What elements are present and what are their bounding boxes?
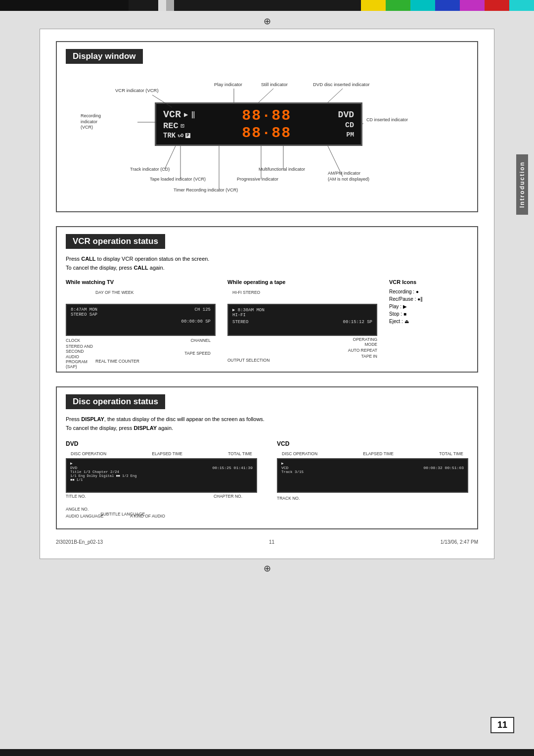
display-right-text: DVD CD PM: [338, 110, 354, 139]
svg-line-6: [165, 146, 176, 169]
vcr-desc: Press CALL to display VCR operation stat…: [66, 255, 468, 272]
display-window-header: Display window: [66, 49, 143, 64]
play-icon: ▶: [184, 110, 188, 119]
tape-line1: ▶ 8:30AM MON: [232, 307, 372, 313]
svg-line-3: [328, 89, 343, 102]
vcr-operation-header: VCR operation status: [66, 234, 165, 249]
svg-line-2: [259, 89, 273, 102]
vcr-icon-play: Play : ▶: [389, 304, 468, 309]
cb-cyan: [410, 0, 435, 11]
tv-line1: 8:47AM MONCH 125: [71, 307, 211, 312]
cb-blue: [435, 0, 460, 11]
vcd-ann-bottom: TRACK NO.: [277, 496, 468, 501]
ann-output-sel: OUTPUT SELECTION: [227, 358, 269, 363]
tv-screen: 8:47AM MONCH 125 STEREO SAP 00:00:00 SP: [66, 304, 216, 336]
display-left-text: VCR ▶ ‖ REC ⊡ TRK ↻O P: [163, 109, 195, 140]
ann-play-indicator: Play indicator: [214, 82, 242, 87]
ann-operating-mode: OPERATINGMODE: [353, 337, 377, 347]
vcd-ann-top: DISC OPERATION ELAPSED TIME TOTAL TIME: [277, 451, 468, 456]
ann-track-indicator: Track indicator (CD): [130, 167, 170, 172]
cb-white-sq2: [166, 0, 174, 11]
footer-left: 2I30201B-En_p02-13: [56, 539, 103, 545]
ann-real-time: REAL TIME COUNTER: [95, 359, 139, 364]
trk-text: TRK ↻O P: [163, 132, 195, 140]
disc-operation-header: Disc operation status: [66, 394, 165, 409]
ann-cd-inserted: CD inserted indicator: [366, 117, 408, 123]
tape-ann-above: HI-FI STEREO: [227, 289, 377, 303]
vcr-text: VCR ▶ ‖: [163, 109, 195, 120]
ann-stereo-and: STEREO ANDSECONDAUDIOPROGRAM(SAP): [66, 344, 93, 369]
ann-vcr-indicator: VCR indicator (VCR): [115, 88, 159, 93]
ann-tape-in: TAPE IN: [361, 354, 377, 359]
ann-clock-label: CLOCK: [66, 338, 80, 343]
vcr-icon-stop: Stop : ■: [389, 311, 468, 317]
cb-black: [0, 0, 129, 11]
cb-white-sq: [158, 0, 166, 11]
pause-icon: ‖: [191, 110, 195, 119]
main-content-area: Display window VCR ▶ ‖ REC ⊡: [40, 29, 494, 559]
ann-multifunctional: Multifunctional indicator: [259, 167, 305, 172]
vcd-label: VCD: [277, 440, 468, 447]
dvd-label: DVD: [66, 440, 257, 447]
cb-green: [386, 0, 410, 11]
color-bar-bottom: [0, 749, 534, 756]
dvd-ann-top: DISC OPERATION ELAPSED TIME TOTAL TIME: [66, 451, 257, 456]
disc-operation-section: Disc operation status Press DISPLAY, the…: [56, 386, 478, 529]
page-content: Introduction ⊕ Display window VCR ▶ ‖: [0, 11, 534, 749]
watching-tv-block: While watching TV DAY OF THE WEEK 8:47AM…: [66, 279, 216, 362]
vcd-block: VCD DISC OPERATION ELAPSED TIME TOTAL TI…: [277, 440, 468, 501]
tape-line3: STEREO00:15:12 SP: [232, 320, 372, 325]
sidebar-introduction: Introduction: [516, 154, 528, 215]
ann-ampm: AM/PM indicator(AM is not displayed): [328, 171, 369, 182]
compass-top: ⊕: [264, 16, 271, 27]
tape-ann-right: OPERATINGMODE AUTO REPEAT TAPE IN OUTPUT…: [227, 337, 377, 362]
disc-diagrams-row: DVD DISC OPERATION ELAPSED TIME TOTAL TI…: [66, 440, 468, 519]
tape-line2: HI-FI: [232, 313, 372, 318]
dvd-ann-bottom: TITLE NO. CHAPTER NO. ANGLE NO. SUBTITLE…: [66, 494, 257, 519]
cb-red: [485, 0, 509, 11]
vcr-icon-recording: Recording : ●: [389, 289, 468, 294]
compass-bottom: ⊕: [264, 563, 271, 574]
watching-tv-label: While watching TV: [66, 279, 216, 285]
ann-progressive: Progressive indicator: [237, 177, 278, 182]
cb-space1: [129, 0, 158, 11]
footer-center: 11: [269, 539, 274, 545]
dvd-block: DVD DISC OPERATION ELAPSED TIME TOTAL TI…: [66, 440, 257, 519]
operating-tape-block: While operating a tape HI-FI STEREO ▶ 8:…: [227, 279, 377, 362]
display-window-diagram: VCR ▶ ‖ REC ⊡ TRK ↻O P: [66, 73, 468, 201]
ann-dvd-disc: DVD disc inserted indicator: [313, 82, 370, 87]
tv-line2: STEREO SAP: [71, 312, 211, 317]
display-panel: VCR ▶ ‖ REC ⊡ TRK ↻O P: [155, 102, 362, 146]
ann-day: DAY OF THE WEEK: [95, 290, 134, 295]
cb-yellow: [361, 0, 386, 11]
vcr-diagrams-row: While watching TV DAY OF THE WEEK 8:47AM…: [66, 279, 468, 362]
operating-tape-label: While operating a tape: [227, 279, 377, 285]
ann-tape-speed-label: TAPE SPEED: [184, 351, 211, 356]
ann-recording: Recordingindicator(VCR): [81, 113, 101, 131]
watch-ann-area: DAY OF THE WEEK: [66, 289, 216, 303]
page-footer: 2I30201B-En_p02-13 11 1/13/06, 2:47 PM: [56, 539, 478, 545]
tape-screen: ▶ 8:30AM MON HI-FI STEREO00:15:12 SP: [227, 304, 377, 336]
cb-magenta: [460, 0, 485, 11]
rec-text: REC ⊡: [163, 121, 195, 131]
vcr-icons-label: VCR Icons: [389, 279, 468, 285]
vcr-icon-eject: Eject : ⏏: [389, 319, 468, 324]
ann-still-indicator: Still indicator: [261, 82, 288, 87]
cb-lt-cyan: [509, 0, 534, 11]
ann-hifi: HI-FI STEREO: [232, 290, 260, 295]
vcd-screen: ▶ VCD00:08:32 00:51:03 Track 3/15: [277, 458, 468, 493]
vcr-icons-block: VCR Icons Recording : ● Rec/Pause : ●‖ P…: [389, 279, 468, 326]
disc-desc: Press DISPLAY, the status display of the…: [66, 415, 468, 432]
cb-gap: [174, 0, 361, 11]
ann-auto-repeat: AUTO REPEAT: [348, 348, 377, 353]
color-bar-top: [0, 0, 534, 11]
page-number-box: 11: [490, 717, 514, 733]
display-window-section: Display window VCR ▶ ‖ REC ⊡: [56, 41, 478, 212]
vcr-operation-section: VCR operation status Press CALL to displ…: [56, 226, 478, 373]
dvd-screen: ▶ DVD00:15:25 01:41:39 Title 1/3 Chapter…: [66, 458, 257, 493]
ann-tape-loaded: Tape loaded indicator (VCR): [150, 177, 206, 182]
ann-channel-label: CHANNEL: [190, 338, 211, 343]
vcr-icon-recpause: Rec/Pause : ●‖: [389, 296, 468, 302]
watch-ann-below: CLOCK CHANNEL STEREO ANDSECONDAUDIOPROGR…: [66, 337, 216, 362]
tv-line3: 00:00:00 SP: [71, 319, 211, 324]
